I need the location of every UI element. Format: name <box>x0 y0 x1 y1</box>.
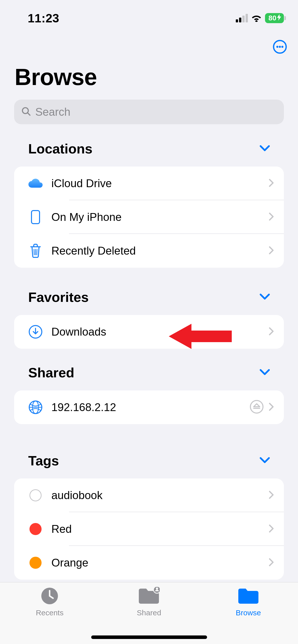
chevron-right-icon <box>269 179 274 188</box>
tag-label: Red <box>51 523 269 535</box>
globe-icon <box>24 400 47 414</box>
more-options-button[interactable] <box>273 40 287 54</box>
chevron-down-icon <box>260 457 270 465</box>
battery-indicator: 80 <box>265 13 284 23</box>
trash-icon <box>24 244 47 258</box>
charging-icon <box>277 14 281 22</box>
svg-point-18 <box>156 587 158 590</box>
shared-section-header[interactable]: Shared <box>14 365 284 380</box>
chevron-right-icon <box>269 491 274 500</box>
chevron-right-icon <box>269 524 274 534</box>
svg-line-5 <box>27 113 30 115</box>
iphone-icon <box>24 210 47 224</box>
chevron-down-icon <box>260 369 270 377</box>
svg-point-3 <box>281 46 283 48</box>
chevron-right-icon <box>269 327 274 337</box>
favorite-downloads[interactable]: Downloads <box>14 315 284 349</box>
battery-percent: 80 <box>269 14 276 22</box>
chevron-right-icon <box>269 212 274 222</box>
cellular-signal-icon <box>236 14 248 22</box>
svg-point-1 <box>276 46 278 48</box>
status-indicators: 80 <box>236 13 284 23</box>
location-label: Recently Deleted <box>51 245 269 257</box>
shared-server[interactable]: 192.168.2.12 <box>14 390 284 424</box>
folder-icon <box>238 587 259 606</box>
tag-color-icon <box>24 489 47 501</box>
favorites-section-header[interactable]: Favorites <box>14 289 284 305</box>
chevron-right-icon <box>269 246 274 256</box>
chevron-right-icon <box>269 558 274 568</box>
tag-orange[interactable]: Orange <box>14 546 284 580</box>
locations-section-header[interactable]: Locations <box>14 141 284 156</box>
cloud-icon <box>24 178 47 189</box>
eject-button[interactable] <box>250 400 264 415</box>
tag-label: Orange <box>51 556 269 569</box>
tag-red[interactable]: Red <box>14 512 284 546</box>
tab-bar: Recents Shared Browse <box>0 582 298 644</box>
tab-recents[interactable]: Recents <box>1 587 99 644</box>
shared-folder-icon <box>138 587 160 606</box>
status-bar: 11:23 80 <box>0 11 298 26</box>
favorites-title: Favorites <box>28 289 89 305</box>
favorite-label: Downloads <box>51 326 269 338</box>
svg-point-2 <box>279 46 281 48</box>
location-label: On My iPhone <box>51 211 269 223</box>
tag-label: audiobook <box>51 489 269 502</box>
search-input[interactable] <box>35 106 277 118</box>
svg-line-9 <box>37 249 37 255</box>
chevron-right-icon <box>269 403 274 412</box>
home-indicator[interactable] <box>91 635 207 639</box>
location-on-my-iphone[interactable]: On My iPhone <box>14 200 284 234</box>
tags-section-header[interactable]: Tags <box>14 453 284 468</box>
shared-title: Shared <box>28 365 74 380</box>
tag-color-icon <box>24 557 47 569</box>
tab-browse[interactable]: Browse <box>199 587 297 644</box>
download-icon <box>24 325 47 339</box>
tag-audiobook[interactable]: audiobook <box>14 478 284 512</box>
tab-label: Shared <box>137 609 161 617</box>
page-title: Browse <box>15 64 97 90</box>
svg-line-7 <box>34 249 34 255</box>
tag-color-icon <box>24 523 47 535</box>
shared-label: 192.168.2.12 <box>51 401 250 414</box>
wifi-icon <box>251 14 261 22</box>
tab-label: Browse <box>236 609 261 617</box>
chevron-down-icon <box>260 293 270 301</box>
tags-title: Tags <box>28 453 59 468</box>
location-icloud-drive[interactable]: iCloud Drive <box>14 167 284 200</box>
locations-title: Locations <box>28 141 92 156</box>
search-field-container[interactable] <box>14 100 284 124</box>
chevron-down-icon <box>260 145 270 153</box>
location-label: iCloud Drive <box>51 177 269 190</box>
clock-icon <box>41 587 59 606</box>
search-icon <box>21 106 31 117</box>
status-time: 11:23 <box>28 11 59 25</box>
location-recently-deleted[interactable]: Recently Deleted <box>14 234 284 268</box>
svg-rect-6 <box>31 211 40 224</box>
tab-label: Recents <box>36 609 63 617</box>
